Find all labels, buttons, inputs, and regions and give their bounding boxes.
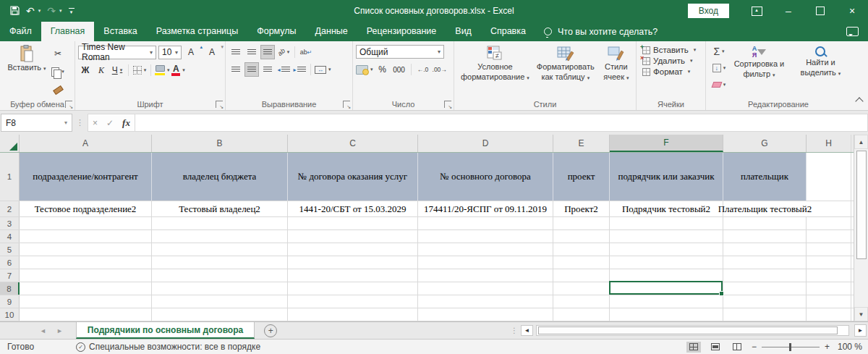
cell[interactable] xyxy=(610,217,723,229)
orientation-button[interactable]: ab xyxy=(276,45,291,59)
merge-center-button[interactable]: ↔ xyxy=(315,62,331,77)
tell-me-box[interactable]: Что вы хотите сделать? xyxy=(535,22,666,41)
cell[interactable] xyxy=(723,230,807,243)
cell[interactable] xyxy=(723,217,807,229)
percent-style-button[interactable]: % xyxy=(375,62,390,77)
scroll-left-icon[interactable]: ◄ xyxy=(521,325,533,336)
increase-decimal-button[interactable]: ←.0 xyxy=(416,62,430,77)
font-name-combo[interactable]: Times New Roman xyxy=(78,46,156,59)
cut-icon[interactable]: ✂ xyxy=(51,46,65,61)
sheet-tab-active[interactable]: Подрядчики по основным договора xyxy=(76,322,255,339)
select-all-corner[interactable] xyxy=(0,135,20,152)
previous-sheet-icon[interactable]: ◄ xyxy=(40,327,46,334)
name-box-splitter[interactable]: ⋮ xyxy=(76,118,84,127)
cell[interactable] xyxy=(610,256,723,269)
tab-file[interactable]: Файл xyxy=(0,22,41,41)
tab-review[interactable]: Рецензирование xyxy=(357,22,446,41)
cell[interactable] xyxy=(288,230,418,243)
align-bottom-button[interactable] xyxy=(260,45,275,59)
cell[interactable] xyxy=(553,282,610,295)
cell[interactable] xyxy=(418,282,553,295)
cell-g1[interactable]: плательщик xyxy=(723,153,807,201)
row-header-10[interactable]: 10 xyxy=(0,308,20,321)
undo-dropdown-icon[interactable]: ▾ xyxy=(38,8,41,14)
copy-icon[interactable] xyxy=(51,64,65,79)
row-header-7[interactable]: 7 xyxy=(0,269,20,282)
italic-button[interactable]: К xyxy=(94,63,109,77)
cell[interactable] xyxy=(610,269,723,282)
column-header-e[interactable]: E xyxy=(553,135,610,152)
cell[interactable] xyxy=(20,243,152,256)
cell[interactable] xyxy=(553,295,610,308)
tab-formulas[interactable]: Формулы xyxy=(247,22,305,41)
formula-input[interactable] xyxy=(135,114,868,132)
cell[interactable] xyxy=(418,217,553,229)
accounting-format-button[interactable] xyxy=(356,62,373,77)
format-painter-icon[interactable] xyxy=(51,83,65,97)
zoom-slider[interactable] xyxy=(762,347,820,347)
cancel-formula-icon[interactable]: × xyxy=(93,118,98,128)
align-left-button[interactable] xyxy=(229,62,243,77)
cell[interactable] xyxy=(288,282,418,295)
cell-d1[interactable]: № основного договора xyxy=(418,153,553,201)
tab-page-layout[interactable]: Разметка страницы xyxy=(147,22,247,41)
cell-e1[interactable]: проект xyxy=(553,153,610,201)
cell[interactable] xyxy=(723,256,807,269)
tab-help[interactable]: Справка xyxy=(481,22,535,41)
cell[interactable] xyxy=(152,295,288,308)
cell[interactable] xyxy=(152,282,288,295)
decrease-font-icon[interactable]: А▾ xyxy=(205,45,224,59)
row-header-1[interactable]: 1 xyxy=(0,153,20,201)
cell[interactable] xyxy=(610,308,723,321)
font-size-combo[interactable]: 10 xyxy=(158,46,182,59)
cell[interactable] xyxy=(807,269,851,282)
cell[interactable] xyxy=(723,282,807,295)
decrease-indent-button[interactable] xyxy=(276,62,291,77)
cell[interactable] xyxy=(610,243,723,256)
cell[interactable] xyxy=(152,243,288,256)
sort-filter-button[interactable]: АЯ Сортировка и фильтр xyxy=(729,44,789,98)
cell[interactable] xyxy=(20,256,152,269)
cell[interactable] xyxy=(807,308,851,321)
collapse-ribbon-button[interactable] xyxy=(851,41,868,110)
format-cells-button[interactable]: Формат xyxy=(642,67,704,76)
zoom-out-icon[interactable]: − xyxy=(752,342,757,352)
cell[interactable] xyxy=(418,269,553,282)
cell[interactable] xyxy=(418,243,553,256)
customize-quick-access-icon[interactable] xyxy=(69,8,75,14)
align-middle-button[interactable] xyxy=(244,45,259,59)
align-center-button[interactable] xyxy=(244,62,259,77)
scroll-down-icon[interactable]: ▼ xyxy=(854,307,868,321)
row-header-5[interactable]: 5 xyxy=(0,243,20,256)
cell[interactable] xyxy=(807,282,851,295)
cell-h2[interactable] xyxy=(807,201,851,216)
column-header-h[interactable]: H xyxy=(807,135,851,152)
bold-button[interactable]: Ж xyxy=(78,63,93,77)
cell-b2[interactable]: Тестовый владелец2 xyxy=(152,201,288,216)
save-icon[interactable] xyxy=(10,6,20,17)
zoom-level[interactable]: 100 % xyxy=(835,342,862,352)
tab-data[interactable]: Данные xyxy=(306,22,357,41)
paste-button[interactable]: Вставить xyxy=(3,43,51,98)
cell[interactable] xyxy=(20,308,152,321)
horizontal-scroll-track[interactable] xyxy=(536,325,849,336)
new-sheet-button[interactable]: + xyxy=(264,324,277,337)
comma-style-button[interactable]: 000 xyxy=(392,62,407,77)
alignment-dialog-launcher-icon[interactable] xyxy=(343,101,350,108)
insert-cells-button[interactable]: Вставить xyxy=(642,46,704,54)
row-header-8[interactable]: 8 xyxy=(0,282,20,295)
cell[interactable] xyxy=(288,308,418,321)
find-select-button[interactable]: Найти и выделить xyxy=(792,44,849,98)
cell[interactable] xyxy=(807,256,851,269)
column-header-a[interactable]: A xyxy=(20,135,152,152)
cell[interactable] xyxy=(807,230,851,243)
cell[interactable] xyxy=(288,269,418,282)
enter-formula-icon[interactable]: ✓ xyxy=(106,118,114,128)
increase-indent-button[interactable] xyxy=(292,62,307,77)
ribbon-display-options-button[interactable]: ▴ xyxy=(741,0,773,22)
cell[interactable] xyxy=(723,269,807,282)
cell-g2[interactable]: Плательщик тестовый2 xyxy=(723,201,807,216)
row-header-2[interactable]: 2 xyxy=(0,201,20,216)
row-header-3[interactable]: 3 xyxy=(0,217,20,229)
vertical-scrollbar[interactable]: ▲ ▼ xyxy=(854,135,868,321)
